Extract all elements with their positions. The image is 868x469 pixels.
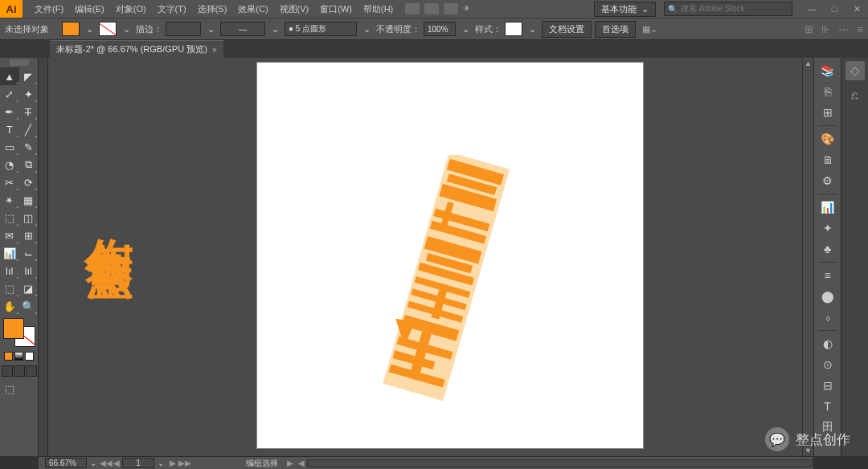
search-stock-input[interactable]: 🔍 搜索 Adobe Stock [664,2,792,16]
horizontal-scrollbar[interactable]: ▶ ◀ [285,459,813,467]
preferences-button[interactable]: 首选项 [595,21,636,38]
menu-object[interactable]: 对象(O) [110,1,152,18]
panel-icon-0[interactable]: 📚 [818,61,837,80]
tool-2-0[interactable]: ✒ [0,103,19,120]
tool-13-0[interactable]: ✋ [0,297,19,315]
close-button[interactable]: ✕ [845,0,868,18]
tool-6-1[interactable]: ⟳ [19,173,39,191]
opacity-input[interactable]: 100% [424,22,456,36]
panel-icon-12[interactable]: ≡ [818,266,837,285]
panel-icon-16[interactable]: ◐ [818,334,837,353]
draw-behind[interactable] [14,365,25,377]
document-tab-close[interactable]: × [212,45,217,55]
stroke-swatch[interactable] [99,22,117,36]
draw-inside[interactable] [26,365,37,377]
tool-5-1[interactable]: ⧉ [19,156,39,173]
tool-4-0[interactable]: ▭ [0,138,19,156]
panel-icon-18[interactable]: ⊟ [818,376,837,395]
tool-3-1[interactable]: ╱ [19,120,39,138]
transform-icon[interactable]: ⊞ [805,23,813,35]
tool-9-0[interactable]: ✉ [0,226,19,244]
menu-type[interactable]: 文字(T) [152,1,192,18]
toolbox-grip[interactable] [10,59,29,66]
menu-help[interactable]: 帮助(H) [358,1,399,18]
tool-8-1[interactable]: ◫ [19,209,39,226]
tool-8-0[interactable]: ⬚ [0,209,19,226]
artboard[interactable] [257,63,643,448]
workspace-switcher[interactable]: 基本功能 ⌄ [594,2,656,17]
left-panel-strip[interactable] [39,58,48,456]
minimize-button[interactable]: — [800,0,823,18]
gpu-icon[interactable]: ✈ [463,3,477,14]
arrange-icon[interactable] [444,3,458,14]
artwork[interactable] [362,155,522,404]
align-panel-icon[interactable]: ⊪ [821,23,830,35]
tool-7-1[interactable]: ▦ [19,191,39,209]
color-picker[interactable] [3,318,35,347]
panel-icon-17[interactable]: ⊙ [818,355,837,374]
stroke-dropdown[interactable]: ⌄ [120,24,133,35]
tool-1-0[interactable]: ⤢ [0,85,19,103]
menu-edit[interactable]: 编辑(E) [69,1,110,18]
draw-normal[interactable] [2,365,13,377]
artboard-last[interactable]: ▶▶ [178,459,190,467]
tool-2-1[interactable]: T̶ [19,103,39,120]
vstroke-profile[interactable]: — [220,22,265,36]
stock-icon[interactable] [424,3,439,14]
sw-color[interactable] [4,352,13,361]
tool-0-0[interactable]: ▲ [0,67,19,85]
maximize-button[interactable]: □ [823,0,845,18]
artboard-next[interactable]: ▶ [167,459,178,467]
tool-10-0[interactable]: 📊 [0,244,19,262]
tool-13-1[interactable]: 🔍 [19,297,39,315]
sw-none[interactable] [25,352,34,361]
tool-4-1[interactable]: ✎ [19,138,39,156]
tool-10-1[interactable]: ⌙ [19,244,39,262]
panel-icon-9[interactable]: ✦ [818,218,837,238]
tool-0-1[interactable]: ◤ [19,67,39,85]
menu-effect[interactable]: 效果(C) [232,1,273,18]
style-swatch[interactable] [505,22,522,36]
tool-7-0[interactable]: ✴ [0,191,19,209]
fill-swatch[interactable] [62,22,80,36]
bridge-icon[interactable] [405,3,420,14]
menu-select[interactable]: 选择(S) [192,1,233,18]
panel-icon-13[interactable]: ⬤ [818,287,837,306]
tool-12-1[interactable]: ◪ [19,279,39,297]
tool-6-0[interactable]: ✂ [0,173,19,191]
artboard-prev[interactable]: ◀ [111,459,122,467]
tool-1-1[interactable]: ✦ [19,85,39,103]
artboard-number[interactable]: 1 [122,458,154,468]
menu-window[interactable]: 窗口(W) [314,1,358,18]
tool-3-0[interactable]: T [0,120,19,138]
brush-definition[interactable]: ● 5 点圆形 [285,22,357,36]
document-tab[interactable]: 未标题-2* @ 66.67% (RGB/GPU 预览) × [50,40,223,58]
tool-11-1[interactable]: lıl [19,262,39,279]
stroke-weight-dropdown[interactable]: ⌄ [204,24,217,35]
panel-icon-10[interactable]: ♣ [818,239,837,259]
tool-11-0[interactable]: lıl [0,262,19,279]
screen-mode-button[interactable]: ⬚ [0,380,19,398]
zoom-input[interactable]: 66.67% [45,458,87,468]
document-setup-button[interactable]: 文档设置 [542,21,592,38]
layers-icon[interactable]: ◇ [845,61,865,80]
panel-icon-19[interactable]: T [818,397,837,416]
panel-icon-1[interactable]: ⎘ [818,82,837,101]
libraries-icon[interactable]: ⎌ [845,85,865,104]
vertical-scrollbar[interactable]: ▲ ▼ [802,58,813,456]
tool-12-0[interactable]: ⬚ [0,279,19,297]
menu-view[interactable]: 视图(V) [274,1,315,18]
sw-gradient[interactable] [14,352,23,361]
panel-icon-14[interactable]: ⬨ [818,308,837,327]
tool-5-0[interactable]: ◔ [0,156,19,173]
menu-file[interactable]: 文件(F) [29,1,69,18]
scroll-up[interactable]: ▲ [803,58,813,69]
panel-icon-8[interactable]: 📊 [818,198,837,217]
options-icon[interactable]: ≡ [857,23,863,35]
shape-icon[interactable]: ⋯ [838,23,849,35]
stroke-weight-input[interactable] [166,22,201,36]
tool-9-1[interactable]: ⊞ [19,226,39,244]
panel-icon-5[interactable]: 🗎 [818,150,837,169]
panel-icon-4[interactable]: 🎨 [818,129,837,149]
align-icon[interactable]: ▦⌄ [642,24,657,35]
